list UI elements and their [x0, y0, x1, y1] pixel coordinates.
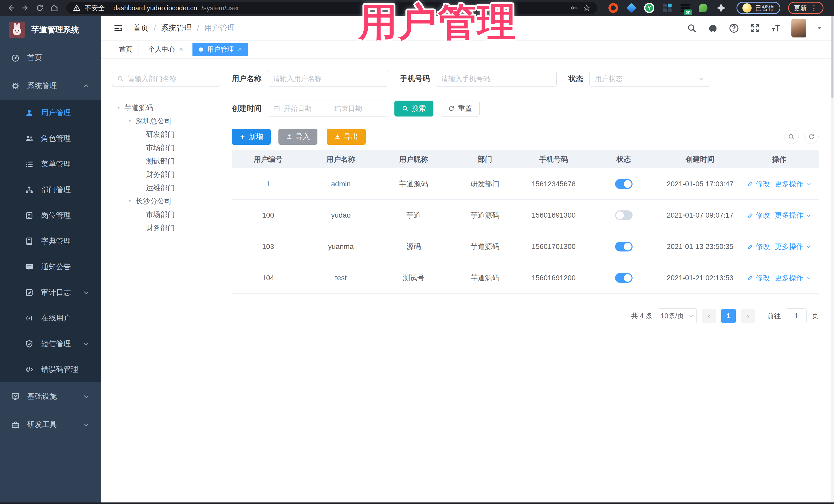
home-icon[interactable] [48, 2, 60, 14]
avatar-caret-icon[interactable] [816, 25, 823, 31]
tree-node[interactable]: 深圳总公司 [112, 114, 223, 128]
prev-page-button[interactable]: ‹ [702, 309, 716, 323]
tree-caret-icon[interactable] [127, 118, 133, 124]
sidebar-item-roles[interactable]: 角色管理 [0, 126, 101, 151]
current-page-button[interactable]: 1 [721, 309, 736, 323]
tree-caret-icon[interactable] [116, 105, 122, 111]
app-logo[interactable]: 芋道管理系统 [0, 16, 101, 44]
reload-icon[interactable] [34, 2, 46, 14]
update-label: 更新 [794, 4, 807, 12]
sidebar-item-departments[interactable]: 部门管理 [0, 177, 101, 203]
page-size-select[interactable]: 10条/页 [658, 308, 697, 323]
user-avatar[interactable] [791, 19, 806, 38]
sidebar-item-sms[interactable]: 短信管理 [0, 331, 101, 357]
tree-node[interactable]: 芋道源码 [112, 101, 223, 114]
total-count: 共 4 条 [631, 311, 653, 321]
tree-node[interactable]: 测试部门 [112, 154, 223, 168]
ext-gem-icon[interactable] [626, 2, 637, 14]
bookmark-star-icon[interactable] [583, 4, 591, 12]
ext-green-circle-icon[interactable]: Y [643, 2, 655, 14]
username-input[interactable] [273, 75, 383, 83]
font-size-icon[interactable] [770, 23, 782, 34]
sidebar-item-error-codes[interactable]: 错误码管理 [0, 357, 101, 382]
import-button[interactable]: 导入 [279, 129, 317, 145]
screen: 不安全 dashboard.yudao.iocoder.cn/system/us… [0, 0, 834, 504]
more-actions-link[interactable]: 更多操作 [775, 242, 812, 251]
status-select[interactable]: 用户状态 [589, 71, 710, 87]
search-button[interactable]: 搜索 [394, 101, 434, 116]
status-toggle[interactable] [615, 211, 633, 220]
export-button[interactable]: 导出 [327, 129, 366, 145]
tab-profile[interactable]: 个人中心 × [142, 43, 190, 56]
tab-home[interactable]: 首页 [113, 43, 139, 56]
status-toggle[interactable] [615, 273, 633, 283]
date-range-picker[interactable]: 开始日期 - 结束日期 [268, 101, 388, 116]
sidebar-item-menus[interactable]: 菜单管理 [0, 151, 101, 177]
sidebar-item-users[interactable]: 用户管理 [0, 100, 101, 126]
edit-link[interactable]: 修改 [747, 273, 770, 283]
sidebar-item-audit-log[interactable]: 审计日志 [0, 280, 101, 305]
sidebar-item-dev-tools[interactable]: 研发工具 [0, 411, 101, 439]
tree-node[interactable]: 长沙分公司 [112, 195, 223, 208]
profile-chip[interactable]: 已暂停 [737, 2, 781, 14]
tree-node[interactable]: 运维部门 [112, 181, 223, 195]
edit-link[interactable]: 修改 [747, 242, 770, 251]
extensions-puzzle-icon[interactable] [716, 2, 727, 14]
mobile-input[interactable] [441, 75, 551, 83]
sidebar-item-posts[interactable]: 岗位管理 [0, 203, 101, 228]
page-scrollbar[interactable] [831, 16, 834, 502]
reset-button[interactable]: 重置 [441, 101, 480, 116]
goto-page-input[interactable] [786, 308, 807, 323]
ext-ubuntu-icon[interactable] [608, 2, 619, 14]
more-actions-link[interactable]: 更多操作 [775, 211, 812, 220]
sidebar-item-infrastructure[interactable]: 基础设施 [0, 382, 101, 411]
toggle-search-button[interactable] [784, 130, 798, 144]
forward-icon[interactable] [20, 2, 31, 14]
breadcrumb-home[interactable]: 首页 [133, 23, 149, 34]
ext-on-badge-icon[interactable]: on [680, 2, 691, 14]
tree-node[interactable]: 市场部门 [112, 208, 223, 221]
sidebar-item-home[interactable]: 首页 [0, 44, 101, 72]
github-icon[interactable] [707, 23, 719, 34]
back-icon[interactable] [5, 2, 17, 14]
sidebar-toggle-icon[interactable] [113, 23, 124, 34]
sidebar-item-dict[interactable]: 字典管理 [0, 228, 101, 254]
help-icon[interactable] [728, 23, 740, 34]
more-actions-link[interactable]: 更多操作 [775, 273, 812, 283]
tab-user-management[interactable]: 用户管理 × [193, 43, 248, 56]
edit-link[interactable]: 修改 [747, 211, 770, 220]
status-toggle[interactable] [615, 242, 633, 251]
sidebar-item-notices[interactable]: 通知公告 [0, 254, 101, 280]
tree-caret-icon[interactable] [127, 198, 133, 204]
breadcrumb-system[interactable]: 系统管理 [161, 23, 192, 34]
more-actions-link[interactable]: 更多操作 [775, 179, 812, 189]
add-button[interactable]: 新增 [232, 129, 271, 145]
edit-link[interactable]: 修改 [747, 179, 770, 189]
ext-leaf-icon[interactable] [698, 2, 709, 14]
sidebar-item-system[interactable]: 系统管理 [0, 72, 101, 100]
search-icon[interactable] [686, 23, 698, 34]
dictionary-icon [25, 237, 34, 246]
fullscreen-icon[interactable] [749, 23, 761, 34]
chevron-down-icon [83, 341, 90, 347]
tree-node[interactable]: 财务部门 [112, 168, 223, 181]
update-chip[interactable]: 更新 ⋮ [788, 2, 824, 14]
user-table: 用户编号 用户名称 用户昵称 部门 手机号码 状态 创建时间 操作 1 admi… [232, 150, 819, 293]
close-icon[interactable]: × [179, 45, 183, 53]
tree-node[interactable]: 市场部门 [112, 141, 223, 154]
tree-node[interactable]: 研发部门 [112, 128, 223, 141]
scrollbar-thumb[interactable] [831, 16, 833, 98]
password-key-icon[interactable] [570, 4, 578, 12]
next-page-button[interactable]: › [741, 309, 755, 323]
sidebar-item-label: 菜单管理 [41, 159, 71, 169]
refresh-button[interactable] [804, 130, 819, 144]
url-path: /system/user [201, 4, 239, 12]
tree-node[interactable]: 财务部门 [112, 221, 223, 235]
dept-search-input[interactable] [128, 75, 215, 83]
close-icon[interactable]: × [238, 45, 242, 53]
browser-menu-icon[interactable]: ⋮ [810, 4, 817, 12]
url-bar[interactable]: 不安全 dashboard.yudao.iocoder.cn/system/us… [66, 2, 597, 14]
status-toggle[interactable] [615, 179, 633, 189]
ext-grid-icon[interactable] [662, 2, 673, 14]
sidebar-item-online-users[interactable]: 在线用户 [0, 305, 101, 331]
